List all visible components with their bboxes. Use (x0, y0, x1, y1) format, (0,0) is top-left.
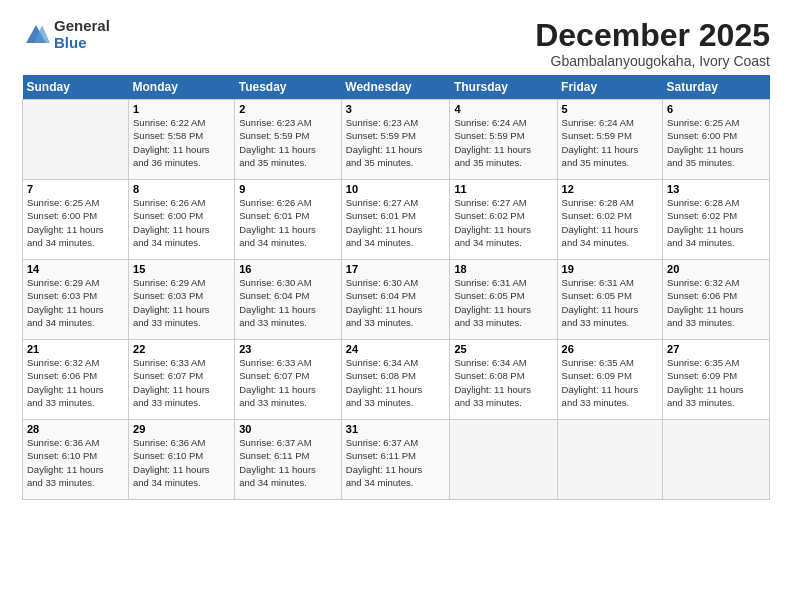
day-info: Sunrise: 6:34 AM Sunset: 6:08 PM Dayligh… (454, 356, 552, 409)
calendar-cell: 15Sunrise: 6:29 AM Sunset: 6:03 PM Dayli… (129, 260, 235, 340)
day-info: Sunrise: 6:32 AM Sunset: 6:06 PM Dayligh… (667, 276, 765, 329)
day-number: 20 (667, 263, 765, 275)
day-info: Sunrise: 6:37 AM Sunset: 6:11 PM Dayligh… (346, 436, 446, 489)
calendar-cell: 6Sunrise: 6:25 AM Sunset: 6:00 PM Daylig… (663, 100, 770, 180)
day-number: 7 (27, 183, 124, 195)
calendar-cell: 4Sunrise: 6:24 AM Sunset: 5:59 PM Daylig… (450, 100, 557, 180)
calendar-cell: 19Sunrise: 6:31 AM Sunset: 6:05 PM Dayli… (557, 260, 662, 340)
calendar-header-wednesday: Wednesday (341, 75, 450, 100)
calendar-header-tuesday: Tuesday (235, 75, 342, 100)
day-info: Sunrise: 6:30 AM Sunset: 6:04 PM Dayligh… (346, 276, 446, 329)
calendar-cell: 17Sunrise: 6:30 AM Sunset: 6:04 PM Dayli… (341, 260, 450, 340)
calendar-header-row: SundayMondayTuesdayWednesdayThursdayFrid… (23, 75, 770, 100)
calendar-cell: 22Sunrise: 6:33 AM Sunset: 6:07 PM Dayli… (129, 340, 235, 420)
day-info: Sunrise: 6:36 AM Sunset: 6:10 PM Dayligh… (133, 436, 230, 489)
day-number: 1 (133, 103, 230, 115)
calendar-cell: 31Sunrise: 6:37 AM Sunset: 6:11 PM Dayli… (341, 420, 450, 500)
calendar-table: SundayMondayTuesdayWednesdayThursdayFrid… (22, 75, 770, 500)
calendar-cell: 21Sunrise: 6:32 AM Sunset: 6:06 PM Dayli… (23, 340, 129, 420)
calendar-cell: 10Sunrise: 6:27 AM Sunset: 6:01 PM Dayli… (341, 180, 450, 260)
calendar-cell: 16Sunrise: 6:30 AM Sunset: 6:04 PM Dayli… (235, 260, 342, 340)
calendar-cell: 30Sunrise: 6:37 AM Sunset: 6:11 PM Dayli… (235, 420, 342, 500)
day-number: 5 (562, 103, 658, 115)
day-number: 27 (667, 343, 765, 355)
calendar-cell: 8Sunrise: 6:26 AM Sunset: 6:00 PM Daylig… (129, 180, 235, 260)
calendar-header-monday: Monday (129, 75, 235, 100)
day-number: 11 (454, 183, 552, 195)
day-info: Sunrise: 6:31 AM Sunset: 6:05 PM Dayligh… (454, 276, 552, 329)
day-info: Sunrise: 6:23 AM Sunset: 5:59 PM Dayligh… (239, 116, 337, 169)
day-number: 29 (133, 423, 230, 435)
day-number: 8 (133, 183, 230, 195)
day-number: 18 (454, 263, 552, 275)
title-block: December 2025 Gbambalanyougokaha, Ivory … (535, 18, 770, 69)
day-info: Sunrise: 6:25 AM Sunset: 6:00 PM Dayligh… (27, 196, 124, 249)
calendar-cell: 23Sunrise: 6:33 AM Sunset: 6:07 PM Dayli… (235, 340, 342, 420)
calendar-page: General Blue December 2025 Gbambalanyoug… (0, 0, 792, 612)
day-number: 25 (454, 343, 552, 355)
day-number: 16 (239, 263, 337, 275)
logo: General Blue (22, 18, 110, 51)
day-number: 15 (133, 263, 230, 275)
day-info: Sunrise: 6:24 AM Sunset: 5:59 PM Dayligh… (454, 116, 552, 169)
logo-blue: Blue (54, 35, 110, 52)
day-info: Sunrise: 6:36 AM Sunset: 6:10 PM Dayligh… (27, 436, 124, 489)
day-number: 26 (562, 343, 658, 355)
day-info: Sunrise: 6:31 AM Sunset: 6:05 PM Dayligh… (562, 276, 658, 329)
day-info: Sunrise: 6:32 AM Sunset: 6:06 PM Dayligh… (27, 356, 124, 409)
calendar-cell (23, 100, 129, 180)
day-info: Sunrise: 6:26 AM Sunset: 6:01 PM Dayligh… (239, 196, 337, 249)
day-info: Sunrise: 6:35 AM Sunset: 6:09 PM Dayligh… (667, 356, 765, 409)
day-info: Sunrise: 6:29 AM Sunset: 6:03 PM Dayligh… (27, 276, 124, 329)
calendar-cell (450, 420, 557, 500)
calendar-cell: 12Sunrise: 6:28 AM Sunset: 6:02 PM Dayli… (557, 180, 662, 260)
day-info: Sunrise: 6:29 AM Sunset: 6:03 PM Dayligh… (133, 276, 230, 329)
calendar-cell: 7Sunrise: 6:25 AM Sunset: 6:00 PM Daylig… (23, 180, 129, 260)
calendar-week-3: 14Sunrise: 6:29 AM Sunset: 6:03 PM Dayli… (23, 260, 770, 340)
calendar-cell: 24Sunrise: 6:34 AM Sunset: 6:08 PM Dayli… (341, 340, 450, 420)
day-number: 14 (27, 263, 124, 275)
calendar-cell: 5Sunrise: 6:24 AM Sunset: 5:59 PM Daylig… (557, 100, 662, 180)
calendar-header-saturday: Saturday (663, 75, 770, 100)
calendar-cell (557, 420, 662, 500)
day-info: Sunrise: 6:37 AM Sunset: 6:11 PM Dayligh… (239, 436, 337, 489)
day-number: 23 (239, 343, 337, 355)
calendar-cell: 13Sunrise: 6:28 AM Sunset: 6:02 PM Dayli… (663, 180, 770, 260)
logo-icon (22, 21, 50, 49)
day-info: Sunrise: 6:22 AM Sunset: 5:58 PM Dayligh… (133, 116, 230, 169)
day-number: 19 (562, 263, 658, 275)
calendar-cell: 1Sunrise: 6:22 AM Sunset: 5:58 PM Daylig… (129, 100, 235, 180)
calendar-cell (663, 420, 770, 500)
day-info: Sunrise: 6:33 AM Sunset: 6:07 PM Dayligh… (133, 356, 230, 409)
day-number: 4 (454, 103, 552, 115)
day-info: Sunrise: 6:27 AM Sunset: 6:01 PM Dayligh… (346, 196, 446, 249)
day-number: 12 (562, 183, 658, 195)
day-info: Sunrise: 6:28 AM Sunset: 6:02 PM Dayligh… (667, 196, 765, 249)
day-info: Sunrise: 6:24 AM Sunset: 5:59 PM Dayligh… (562, 116, 658, 169)
calendar-cell: 27Sunrise: 6:35 AM Sunset: 6:09 PM Dayli… (663, 340, 770, 420)
day-number: 30 (239, 423, 337, 435)
calendar-header-sunday: Sunday (23, 75, 129, 100)
calendar-cell: 26Sunrise: 6:35 AM Sunset: 6:09 PM Dayli… (557, 340, 662, 420)
day-info: Sunrise: 6:30 AM Sunset: 6:04 PM Dayligh… (239, 276, 337, 329)
calendar-cell: 9Sunrise: 6:26 AM Sunset: 6:01 PM Daylig… (235, 180, 342, 260)
day-number: 9 (239, 183, 337, 195)
calendar-cell: 18Sunrise: 6:31 AM Sunset: 6:05 PM Dayli… (450, 260, 557, 340)
day-info: Sunrise: 6:23 AM Sunset: 5:59 PM Dayligh… (346, 116, 446, 169)
calendar-header-friday: Friday (557, 75, 662, 100)
day-number: 2 (239, 103, 337, 115)
calendar-cell: 2Sunrise: 6:23 AM Sunset: 5:59 PM Daylig… (235, 100, 342, 180)
day-number: 31 (346, 423, 446, 435)
day-info: Sunrise: 6:25 AM Sunset: 6:00 PM Dayligh… (667, 116, 765, 169)
day-info: Sunrise: 6:35 AM Sunset: 6:09 PM Dayligh… (562, 356, 658, 409)
day-number: 28 (27, 423, 124, 435)
calendar-cell: 29Sunrise: 6:36 AM Sunset: 6:10 PM Dayli… (129, 420, 235, 500)
logo-general: General (54, 18, 110, 35)
day-number: 24 (346, 343, 446, 355)
day-info: Sunrise: 6:28 AM Sunset: 6:02 PM Dayligh… (562, 196, 658, 249)
calendar-cell: 28Sunrise: 6:36 AM Sunset: 6:10 PM Dayli… (23, 420, 129, 500)
day-number: 13 (667, 183, 765, 195)
calendar-cell: 20Sunrise: 6:32 AM Sunset: 6:06 PM Dayli… (663, 260, 770, 340)
month-title: December 2025 (535, 18, 770, 53)
day-info: Sunrise: 6:34 AM Sunset: 6:08 PM Dayligh… (346, 356, 446, 409)
